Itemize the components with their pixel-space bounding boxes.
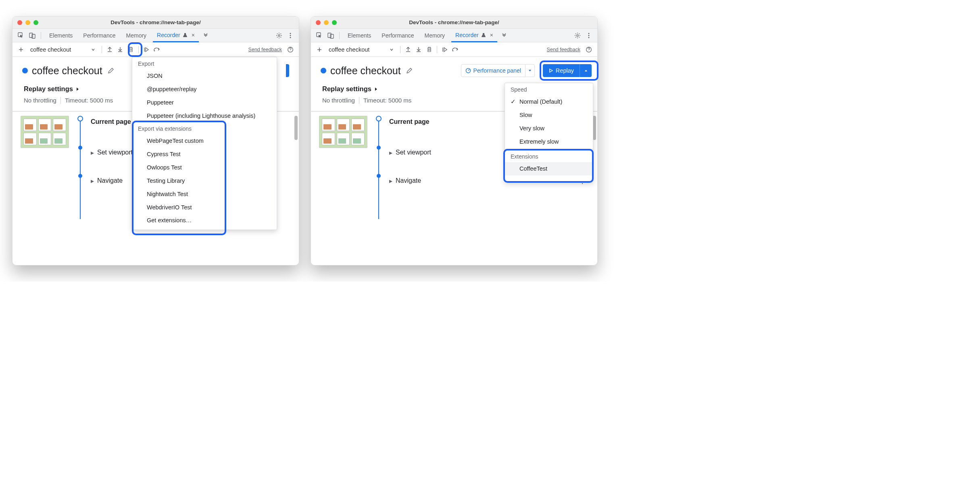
performance-panel-group: Performance panel (461, 64, 535, 77)
export-icon[interactable] (116, 45, 125, 54)
devtools-window-left: DevTools - chrome://new-tab-page/ Elemen… (12, 16, 299, 265)
divider (138, 46, 139, 53)
edit-title-icon[interactable] (405, 66, 414, 75)
tab-elements[interactable]: Elements (45, 29, 77, 42)
step-icon[interactable] (451, 45, 460, 54)
beaker-icon (481, 33, 486, 38)
recording-selector[interactable]: coffee checkout (27, 44, 98, 55)
step-label: Set viewport (97, 149, 133, 156)
close-tab-icon[interactable]: × (490, 32, 493, 38)
window-minimize-button[interactable] (25, 20, 30, 25)
replay-speed-chevron[interactable] (580, 64, 592, 77)
recording-header: coffee checkout Performance panel Replay (311, 57, 597, 83)
window-maximize-button[interactable] (33, 20, 38, 25)
settings-gear-icon[interactable] (573, 31, 582, 40)
import-icon[interactable] (404, 45, 413, 54)
svg-rect-10 (328, 33, 331, 38)
window-minimize-button[interactable] (324, 20, 329, 25)
export-webpagetest[interactable]: WebPageTest custom (132, 134, 277, 148)
step-icon[interactable] (152, 45, 161, 54)
help-icon[interactable] (286, 45, 295, 54)
timeline-node (376, 116, 382, 121)
close-tab-icon[interactable]: × (192, 32, 195, 38)
continue-icon[interactable] (440, 45, 449, 54)
chevron-right-icon: ▸ (91, 177, 94, 185)
speed-extremely-slow[interactable]: Extremely slow (505, 135, 593, 148)
svg-rect-1 (29, 33, 33, 38)
page-thumbnail (21, 116, 69, 148)
export-testing-library[interactable]: Testing Library (132, 174, 277, 188)
edit-title-icon[interactable] (106, 66, 115, 75)
divider (400, 46, 400, 53)
throttling-value: No throttling (322, 97, 355, 104)
scrollbar[interactable] (294, 116, 298, 140)
divider (359, 97, 359, 104)
tab-memory[interactable]: Memory (122, 29, 151, 42)
window-close-button[interactable] (316, 20, 321, 25)
recording-selector[interactable]: coffee checkout (325, 44, 397, 55)
tab-recorder[interactable]: Recorder × (153, 29, 199, 42)
tab-performance[interactable]: Performance (79, 29, 119, 42)
step-label: Current page (389, 118, 430, 125)
export-nightwatch[interactable]: Nightwatch Test (132, 188, 277, 201)
continue-icon[interactable] (142, 45, 151, 54)
new-recording-icon[interactable] (17, 45, 25, 54)
window-close-button[interactable] (17, 20, 22, 25)
performance-panel-chevron[interactable] (525, 64, 535, 77)
device-toolbar-icon[interactable] (28, 31, 37, 40)
import-icon[interactable] (105, 45, 114, 54)
timeline (76, 116, 84, 203)
replay-ext-coffeetest[interactable]: CoffeeTest (505, 162, 593, 175)
send-feedback-link[interactable]: Send feedback (547, 47, 580, 52)
scrollbar[interactable] (593, 116, 596, 140)
inspect-element-icon[interactable] (17, 31, 25, 40)
window-maximize-button[interactable] (332, 20, 337, 25)
export-get-extensions[interactable]: Get extensions… (132, 214, 277, 227)
svg-point-7 (154, 50, 155, 51)
kebab-menu-icon[interactable] (286, 31, 295, 40)
tab-recorder-label: Recorder (455, 32, 479, 38)
export-puppeteer-replay[interactable]: @puppeteer/replay (132, 83, 277, 96)
performance-panel-button[interactable]: Performance panel (461, 64, 525, 77)
tab-performance[interactable]: Performance (377, 29, 418, 42)
settings-gear-icon[interactable] (275, 31, 284, 40)
delete-icon[interactable] (126, 45, 135, 54)
export-puppeteer[interactable]: Puppeteer (132, 96, 277, 109)
inspect-element-icon[interactable] (315, 31, 324, 40)
export-cypress[interactable]: Cypress Test (132, 148, 277, 161)
speed-very-slow[interactable]: Very slow (505, 122, 593, 135)
tab-memory[interactable]: Memory (421, 29, 449, 42)
window-title: DevTools - chrome://new-tab-page/ (13, 19, 299, 25)
step-label: Navigate (97, 177, 123, 184)
more-tabs-icon[interactable] (500, 31, 509, 40)
export-json[interactable]: JSON (132, 69, 277, 83)
devtools-tabs: Elements Performance Memory Recorder × (311, 29, 597, 42)
export-ext-section-label: Export via extensions (132, 122, 277, 134)
svg-point-16 (452, 50, 454, 51)
replay-button[interactable]: Replay (543, 64, 580, 77)
replay-label: Replay (556, 67, 574, 74)
speed-normal[interactable]: Normal (Default) (505, 95, 593, 109)
timeout-value: Timeout: 5000 ms (65, 97, 113, 104)
export-icon[interactable] (414, 45, 423, 54)
replay-button-edge[interactable] (286, 64, 289, 77)
send-feedback-link[interactable]: Send feedback (248, 47, 282, 52)
export-section-label: Export (132, 57, 277, 69)
chevron-right-icon: ▸ (389, 177, 392, 185)
delete-icon[interactable] (425, 45, 434, 54)
tab-elements[interactable]: Elements (344, 29, 375, 42)
divider (102, 46, 102, 53)
export-puppeteer-lighthouse[interactable]: Puppeteer (including Lighthouse analysis… (132, 109, 277, 123)
export-webdriverio[interactable]: WebdriverIO Test (132, 201, 277, 214)
help-icon[interactable] (584, 45, 593, 54)
tab-recorder[interactable]: Recorder × (451, 29, 497, 42)
step-label: Set viewport (396, 149, 431, 156)
more-tabs-icon[interactable] (201, 31, 210, 40)
export-owloops[interactable]: Owloops Test (132, 161, 277, 174)
kebab-menu-icon[interactable] (584, 31, 593, 40)
divider (41, 32, 41, 39)
speed-slow[interactable]: Slow (505, 109, 593, 122)
device-toolbar-icon[interactable] (326, 31, 335, 40)
new-recording-icon[interactable] (315, 45, 324, 54)
chevron-right-icon: ▸ (389, 149, 392, 157)
